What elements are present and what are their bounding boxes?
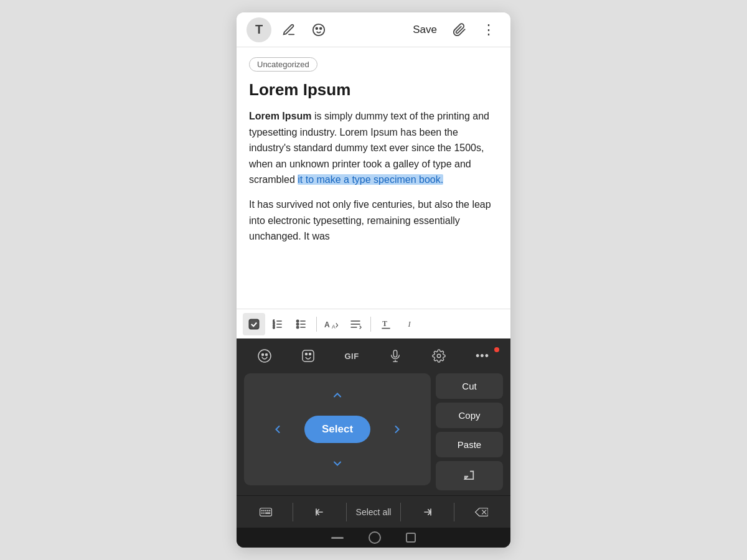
delete-button[interactable]: [454, 498, 508, 526]
select-all-button[interactable]: Select all: [347, 498, 400, 526]
mic-button[interactable]: [375, 343, 416, 368]
selected-text: it to make a type specimen book.: [298, 174, 443, 185]
keyboard-icon-bar: GIF •••: [237, 338, 510, 373]
text-format-button[interactable]: T: [247, 17, 271, 42]
doc-title: Lorem Ipsum: [249, 80, 498, 100]
select-button[interactable]: Select: [304, 416, 370, 443]
keyboard-area: GIF •••: [237, 338, 510, 548]
font-size-button[interactable]: A A: [321, 313, 343, 335]
svg-rect-3: [250, 319, 259, 329]
keyboard-toggle-button[interactable]: [239, 498, 293, 526]
svg-text:T: T: [382, 320, 387, 328]
svg-point-14: [297, 323, 299, 325]
svg-rect-27: [303, 350, 314, 362]
svg-point-0: [313, 24, 324, 35]
notification-badge: [494, 347, 499, 352]
nav-right-button[interactable]: [383, 416, 411, 443]
svg-rect-34: [260, 508, 271, 516]
svg-point-29: [309, 353, 311, 355]
format-divider: [316, 317, 317, 332]
text-underline-button[interactable]: T: [375, 313, 397, 335]
format-toolbar: 1 2 3 A A: [237, 309, 510, 338]
back-nav[interactable]: [331, 537, 344, 539]
copy-button[interactable]: Copy: [436, 403, 503, 428]
doc-body: Lorem Ipsum is simply dummy text of the …: [249, 108, 498, 245]
settings-button[interactable]: [418, 343, 459, 368]
jump-end-button[interactable]: [401, 498, 454, 526]
body-paragraph-2: It has survived not only five centuries,…: [249, 197, 498, 245]
jump-start-button[interactable]: [293, 498, 347, 526]
format-divider-2: [370, 317, 371, 332]
ordered-list-button[interactable]: 1 2 3: [266, 313, 289, 335]
nav-down-button[interactable]: [324, 450, 351, 477]
keyboard-bottom-bar: Select all: [237, 495, 510, 528]
selection-panel: Select Cut Copy Past: [237, 373, 510, 495]
svg-text:A: A: [324, 320, 330, 329]
svg-point-25: [262, 354, 264, 356]
svg-text:3: 3: [273, 325, 275, 329]
action-panel: Cut Copy Paste: [436, 373, 503, 490]
align-button[interactable]: [344, 313, 367, 335]
svg-point-1: [316, 27, 317, 29]
nav-pad: Select: [244, 373, 431, 485]
pen-icon-button[interactable]: [276, 17, 301, 42]
attach-button[interactable]: [447, 17, 472, 42]
cut-button[interactable]: Cut: [436, 373, 503, 399]
sticker-button[interactable]: [288, 343, 329, 368]
nav-left-button[interactable]: [264, 416, 291, 443]
palette-icon-button[interactable]: [306, 17, 331, 42]
svg-point-2: [320, 27, 322, 29]
more-options-button[interactable]: ⋮: [477, 19, 500, 40]
more-keyboard-button[interactable]: •••: [462, 343, 503, 368]
top-toolbar: T Save ⋮: [237, 12, 510, 47]
italic-button[interactable]: I: [398, 313, 421, 335]
nav-up-button[interactable]: [324, 381, 351, 409]
save-button[interactable]: Save: [408, 21, 442, 39]
svg-point-24: [258, 350, 271, 362]
home-nav[interactable]: [369, 531, 381, 544]
recents-nav[interactable]: [406, 533, 416, 543]
bottom-nav-bar: [237, 528, 510, 548]
svg-point-15: [297, 326, 299, 328]
unordered-list-button[interactable]: [290, 313, 312, 335]
emoji-button[interactable]: [244, 343, 285, 368]
enter-button[interactable]: [436, 461, 503, 490]
body-paragraph-1: Lorem Ipsum is simply dummy text of the …: [249, 108, 498, 188]
content-area: Uncategorized Lorem Ipsum Lorem Ipsum is…: [237, 47, 510, 309]
svg-text:I: I: [408, 320, 411, 329]
paste-button[interactable]: Paste: [436, 432, 503, 457]
phone-container: T Save ⋮ Uncategorized Lorem Ipsum: [237, 12, 510, 548]
svg-point-13: [297, 320, 299, 322]
svg-point-26: [266, 354, 268, 356]
checklist-button[interactable]: [243, 313, 265, 335]
gif-button[interactable]: GIF: [331, 343, 372, 368]
svg-rect-30: [393, 350, 397, 357]
svg-text:A: A: [332, 323, 336, 329]
category-badge[interactable]: Uncategorized: [249, 57, 317, 72]
svg-point-33: [437, 354, 441, 358]
svg-point-28: [306, 353, 308, 355]
